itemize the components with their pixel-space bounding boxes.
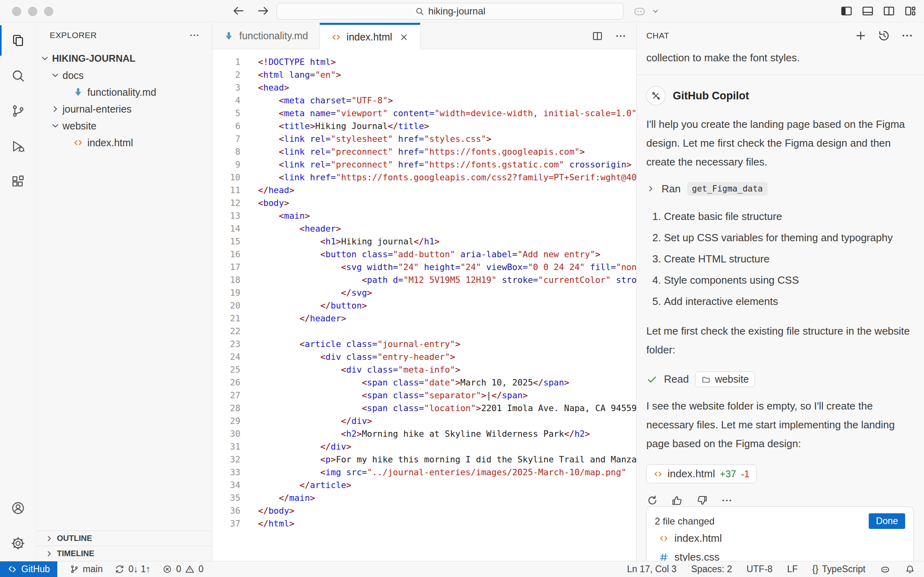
message-more-actions-icon[interactable] — [721, 494, 733, 506]
eol-indicator[interactable]: LF — [787, 564, 798, 575]
indentation-indicator[interactable]: Spaces: 2 — [691, 564, 732, 575]
code-line[interactable]: 36</body> — [212, 504, 636, 517]
code-line[interactable]: 8 <link rel="preconnect" href="https://f… — [212, 145, 636, 158]
outline-section[interactable]: OUTLINE — [36, 531, 212, 546]
done-button[interactable]: Done — [869, 513, 905, 529]
code-line[interactable]: 31 </div> — [212, 440, 636, 453]
activity-item-settings-gear[interactable] — [0, 526, 36, 561]
regenerate-icon[interactable] — [646, 494, 658, 506]
cursor-position-indicator[interactable]: Ln 17, Col 3 — [627, 564, 677, 575]
problems-indicator[interactable]: 0 0 — [162, 564, 204, 575]
encoding-indicator[interactable]: UTF-8 — [746, 564, 773, 575]
code-editor[interactable]: 1<!DOCTYPE html>2<html lang="en">3<head>… — [212, 49, 636, 561]
activity-item-source-control[interactable] — [0, 93, 36, 129]
changed-file-chip[interactable]: index.html +37 -1 — [646, 464, 757, 483]
lines-added-badge: +37 — [720, 468, 736, 480]
explorer-more-actions-icon[interactable] — [189, 30, 200, 41]
timeline-section[interactable]: TIMELINE — [36, 546, 212, 561]
tree-item-journal-enteries[interactable]: journal-enteries — [36, 101, 212, 117]
code-line[interactable]: 37</html> — [212, 517, 636, 530]
code-line[interactable]: 32 <p>For my hike this morning I did the… — [212, 453, 636, 466]
thumbs-down-icon[interactable] — [696, 494, 708, 506]
code-line[interactable]: 35 </main> — [212, 492, 636, 504]
line-content: <main> — [240, 210, 310, 222]
activity-item-files[interactable] — [0, 23, 36, 58]
code-line[interactable]: 5 <meta name="viewport" content="width=d… — [212, 107, 636, 120]
code-line[interactable]: 26 <span class="date">March 10, 2025</sp… — [212, 376, 636, 389]
plan-steps-list: Create basic file structureSet up CSS va… — [646, 206, 914, 312]
code-line[interactable]: 18 <path d="M12 5V19M5 12H19" stroke="cu… — [212, 274, 636, 286]
code-line[interactable]: 29 </div> — [212, 415, 636, 428]
activity-item-account[interactable] — [0, 490, 36, 526]
code-line[interactable]: 21 </header> — [212, 312, 636, 325]
code-line[interactable]: 3<head> — [212, 81, 636, 94]
code-line[interactable]: 27 <span class="separator">|</span> — [212, 389, 636, 402]
code-line[interactable]: 33 <img src="../journal-enteries/images/… — [212, 466, 636, 479]
chat-history-icon[interactable] — [878, 29, 890, 42]
code-line[interactable]: 24 <div class="entry-header"> — [212, 351, 636, 363]
thumbs-up-icon[interactable] — [671, 494, 683, 506]
code-line[interactable]: 19 </svg> — [212, 286, 636, 299]
activity-item-run-debug[interactable] — [0, 129, 36, 164]
code-line[interactable]: 7 <link rel="stylesheet" href="styles.cs… — [212, 133, 636, 145]
tree-item-index-html[interactable]: index.html — [36, 134, 212, 151]
code-line[interactable]: 4 <meta charset="UTF-8"> — [212, 94, 636, 107]
tree-item-hiking-journal[interactable]: HIKING-JOURNAL — [36, 50, 212, 67]
activity-item-extensions[interactable] — [0, 164, 36, 199]
toggle-panel-icon[interactable] — [861, 4, 874, 18]
code-line[interactable]: 2<html lang="en"> — [212, 69, 636, 81]
code-line[interactable]: 14 <header> — [212, 222, 636, 235]
line-content: <div class="meta-info"> — [240, 363, 460, 376]
customize-layout-icon[interactable] — [904, 4, 917, 18]
read-target-chip[interactable]: website — [695, 371, 755, 387]
code-line[interactable]: 12<body> — [212, 197, 636, 210]
copilot-menu[interactable] — [632, 4, 660, 18]
close-window-button[interactable] — [12, 7, 21, 16]
remote-indicator[interactable]: GitHub — [0, 561, 57, 577]
language-mode-indicator[interactable]: {} TypeScript — [812, 564, 865, 575]
code-line[interactable]: 9 <link rel="preconnect" href="https://f… — [212, 158, 636, 171]
code-line[interactable]: 13 <main> — [212, 210, 636, 222]
git-branch-indicator[interactable]: main — [69, 564, 103, 575]
tree-item-website[interactable]: website — [36, 117, 212, 134]
navigate-back-icon[interactable] — [232, 4, 245, 18]
code-line[interactable]: 30 <h2>Morning hike at Skyline Wildernes… — [212, 428, 636, 440]
tree-item-functionality-md[interactable]: functionality.md — [36, 84, 212, 101]
new-chat-icon[interactable] — [854, 29, 867, 42]
html-file-icon — [653, 469, 663, 479]
close-tab-icon[interactable] — [399, 32, 409, 42]
code-line[interactable]: 11</head> — [212, 184, 636, 197]
code-line[interactable]: 20 </button> — [212, 299, 636, 312]
toggle-primary-sidebar-icon[interactable] — [840, 4, 853, 18]
notifications-bell-icon[interactable] — [905, 564, 915, 575]
code-line[interactable]: 1<!DOCTYPE html> — [212, 56, 636, 69]
copilot-status-icon[interactable] — [880, 564, 890, 575]
code-line[interactable]: 23 <article class="journal-entry"> — [212, 338, 636, 351]
code-line[interactable]: 6 <title>Hiking Journal</title> — [212, 120, 636, 133]
code-line[interactable]: 28 <span class="location">2201 Imola Ave… — [212, 402, 636, 415]
code-line[interactable]: 22 — [212, 325, 636, 338]
tree-item-docs[interactable]: docs — [36, 67, 212, 84]
tool-run-row[interactable]: Ran get_Figma_data — [646, 182, 914, 196]
code-line[interactable]: 25 <div class="meta-info"> — [212, 363, 636, 376]
editor-more-actions-icon[interactable] — [615, 30, 627, 42]
minimize-window-button[interactable] — [28, 7, 37, 16]
code-line[interactable]: 10 <link href="https://fonts.googleapis.… — [212, 171, 636, 184]
code-line[interactable]: 15 <h1>Hiking journal</h1> — [212, 235, 636, 248]
line-content: <head> — [240, 81, 289, 94]
command-center-search[interactable]: hiking-journal — [276, 3, 623, 20]
maximize-window-button[interactable] — [44, 7, 53, 16]
code-line[interactable]: 16 <button class="add-button" aria-label… — [212, 248, 636, 261]
chat-more-actions-icon[interactable] — [901, 29, 914, 42]
code-line[interactable]: 34 </article> — [212, 479, 636, 492]
tab-functionality-md[interactable]: functionality.md — [212, 23, 320, 49]
toggle-secondary-sidebar-icon[interactable] — [882, 4, 896, 18]
navigate-forward-icon[interactable] — [256, 4, 270, 18]
tab-index-html[interactable]: index.html — [320, 23, 420, 49]
sync-indicator[interactable]: 0↓ 1↑ — [115, 564, 150, 575]
code-line[interactable]: 17 <svg width="24" height="24" viewBox="… — [212, 261, 636, 274]
split-editor-icon[interactable] — [591, 30, 603, 42]
changed-file-row[interactable]: index.html — [653, 529, 907, 548]
activity-item-search[interactable] — [0, 58, 36, 93]
vscode-window: hiking-journal — [0, 0, 924, 577]
